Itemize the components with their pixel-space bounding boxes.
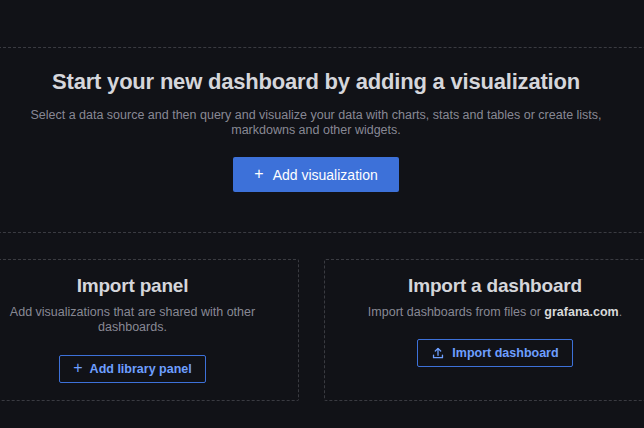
page-title: Start your new dashboard by adding a vis… <box>0 69 644 95</box>
import-panel-description-line-1: Add visualizations that are shared with … <box>0 305 298 320</box>
dashboard-canvas: Start your new dashboard by adding a vis… <box>0 0 644 428</box>
import-dashboard-label: Import dashboard <box>452 346 558 360</box>
plus-icon: + <box>254 166 263 182</box>
empty-dashboard-panel: Start your new dashboard by adding a vis… <box>0 47 644 233</box>
import-dashboard-button[interactable]: Import dashboard <box>417 339 572 367</box>
import-panel-title: Import panel <box>0 275 298 297</box>
import-dashboard-description-suffix: . <box>619 305 622 319</box>
import-dashboard-description: Import dashboards from files or grafana.… <box>325 305 644 320</box>
upload-icon <box>431 346 445 360</box>
add-library-panel-label: Add library panel <box>90 362 192 376</box>
import-dashboard-title: Import a dashboard <box>325 275 644 297</box>
add-visualization-button[interactable]: + Add visualization <box>233 157 398 192</box>
add-library-panel-button[interactable]: + Add library panel <box>59 355 205 383</box>
empty-state-description: Select a data source and then query and … <box>0 108 644 138</box>
import-dashboard-card: Import a dashboard Import dashboards fro… <box>324 259 644 401</box>
import-dashboard-description-prefix: Import dashboards from files or <box>368 305 544 319</box>
import-panel-card: Import panel Add visualizations that are… <box>0 259 299 401</box>
add-visualization-label: Add visualization <box>273 167 378 183</box>
grafana-com-link[interactable]: grafana.com <box>544 305 618 319</box>
plus-icon: + <box>73 360 82 376</box>
import-panel-description-line-2: dashboards. <box>0 320 298 335</box>
import-panel-description: Add visualizations that are shared with … <box>0 305 298 334</box>
description-line-1: Select a data source and then query and … <box>0 108 644 123</box>
description-line-2: markdowns and other widgets. <box>0 123 644 138</box>
